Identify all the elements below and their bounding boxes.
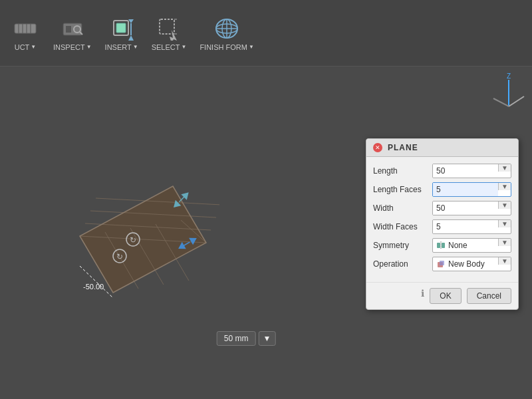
measurement-value: 50 mm xyxy=(217,331,256,346)
toolbar-product-label: UCT▼ xyxy=(15,43,37,51)
toolbar-item-inspect[interactable]: INSPECT▼ xyxy=(48,7,97,60)
operation-row: Operation New Body ▼ xyxy=(373,257,511,271)
symmetry-select-wrap[interactable]: None ▼ xyxy=(432,238,511,253)
dialog-title: PLANE xyxy=(388,143,418,152)
dialog-footer: ℹ OK Cancel xyxy=(366,282,518,309)
plane-dialog: ✕ PLANE Length ▼ Length Faces ▼ xyxy=(366,138,519,310)
width-faces-row: Width Faces ▼ xyxy=(373,219,511,234)
insert-icon xyxy=(108,15,135,42)
svg-text:↻: ↻ xyxy=(130,235,136,245)
canvas-area: -50.00 ↻ ↻ 50 mm ▼ xyxy=(0,66,532,399)
width-row: Width ▼ xyxy=(373,201,511,215)
cancel-button[interactable]: Cancel xyxy=(467,288,511,304)
finish-icon xyxy=(213,15,240,42)
svg-text:Z: Z xyxy=(507,73,511,80)
toolbar-item-finish-form[interactable]: FINISH FORM▼ xyxy=(194,7,259,60)
dialog-close-button[interactable]: ✕ xyxy=(373,143,382,152)
operation-label: Operation xyxy=(373,259,430,269)
svg-marker-15 xyxy=(170,30,177,41)
svg-marker-12 xyxy=(128,35,134,41)
svg-rect-6 xyxy=(66,26,71,33)
length-input-wrap[interactable]: ▼ xyxy=(432,164,511,178)
svg-line-48 xyxy=(509,96,524,106)
toolbar-item-select[interactable]: SELECT▼ xyxy=(146,7,192,60)
measurement-unit-dropdown[interactable]: ▼ xyxy=(258,331,275,346)
3d-grid-plane: -50.00 ↻ ↻ xyxy=(13,120,219,299)
info-icon[interactable]: ℹ xyxy=(421,288,424,304)
length-input[interactable] xyxy=(433,164,498,178)
length-faces-input[interactable] xyxy=(433,183,498,196)
svg-rect-0 xyxy=(15,24,36,33)
width-label: Width xyxy=(373,203,430,213)
width-dropdown-arrow[interactable]: ▼ xyxy=(498,201,511,209)
symmetry-icon xyxy=(436,241,446,250)
operation-value: New Body xyxy=(433,257,498,271)
symmetry-dropdown-arrow[interactable]: ▼ xyxy=(498,239,511,246)
length-faces-input-wrap[interactable]: ▼ xyxy=(432,182,511,197)
operation-select-wrap[interactable]: New Body ▼ xyxy=(432,257,511,271)
symmetry-label: Symmetry xyxy=(373,241,430,250)
operation-dropdown-arrow[interactable]: ▼ xyxy=(498,257,511,265)
width-input-wrap[interactable]: ▼ xyxy=(432,201,511,215)
toolbar-item-insert[interactable]: INSERT▼ xyxy=(100,7,144,60)
width-faces-input-wrap[interactable]: ▼ xyxy=(432,219,511,234)
length-faces-dropdown-arrow[interactable]: ▼ xyxy=(498,183,511,190)
toolbar-insert-label: INSERT▼ xyxy=(105,43,138,51)
svg-rect-51 xyxy=(442,243,445,248)
select-icon xyxy=(156,15,182,42)
width-faces-input[interactable] xyxy=(433,220,498,233)
width-faces-dropdown-arrow[interactable]: ▼ xyxy=(498,220,511,227)
axis-indicator: Z xyxy=(492,73,525,113)
length-faces-label: Length Faces xyxy=(373,185,430,194)
toolbar-inspect-label: INSPECT▼ xyxy=(53,43,92,51)
svg-rect-10 xyxy=(116,23,126,33)
toolbar-item-product[interactable]: UCT▼ xyxy=(5,7,45,60)
length-row: Length ▼ xyxy=(373,164,511,178)
length-faces-row: Length Faces ▼ xyxy=(373,182,511,197)
length-label: Length xyxy=(373,166,430,176)
length-dropdown-arrow[interactable]: ▼ xyxy=(498,164,511,172)
toolbar-select-label: SELECT▼ xyxy=(152,43,187,51)
toolbar: UCT▼ INSPECT▼ INSERT▼ xyxy=(0,0,532,66)
ruler-icon xyxy=(12,15,39,42)
symmetry-row: Symmetry None ▼ xyxy=(373,238,511,253)
svg-text:↻: ↻ xyxy=(116,252,123,261)
svg-marker-11 xyxy=(128,19,134,23)
dialog-body: Length ▼ Length Faces ▼ Width ▼ xyxy=(366,157,518,282)
symmetry-value: None xyxy=(433,239,498,252)
width-faces-label: Width Faces xyxy=(373,222,430,231)
svg-text:-50.00: -50.00 xyxy=(83,283,104,291)
measurement-badge: 50 mm ▼ xyxy=(217,331,276,346)
inspect-icon xyxy=(59,15,86,42)
toolbar-finish-label: FINISH FORM▼ xyxy=(200,43,253,51)
operation-icon xyxy=(436,259,446,269)
svg-rect-54 xyxy=(440,261,444,265)
plane-dialog-header: ✕ PLANE xyxy=(366,139,518,157)
svg-rect-50 xyxy=(437,243,440,248)
svg-line-49 xyxy=(493,98,509,106)
ok-button[interactable]: OK xyxy=(430,288,461,304)
width-input[interactable] xyxy=(433,201,498,215)
